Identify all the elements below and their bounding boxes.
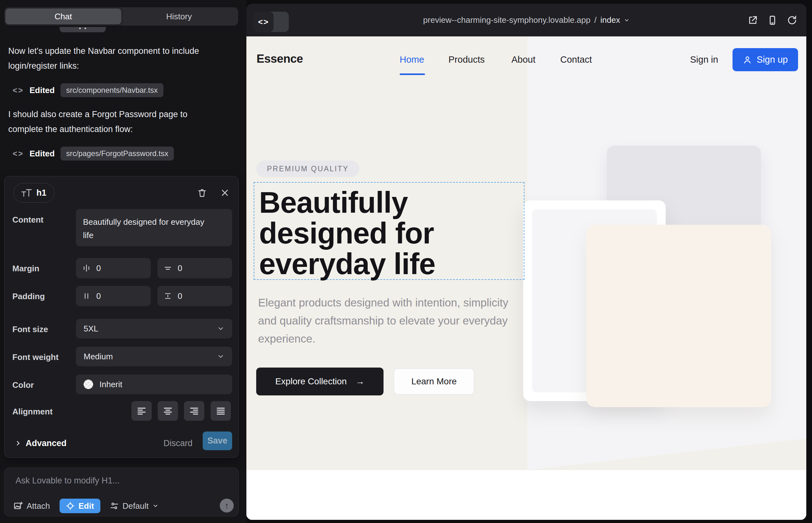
explore-collection-button[interactable]: Explore Collection → bbox=[256, 367, 384, 395]
sign-up-button[interactable]: Sign up bbox=[732, 48, 798, 71]
type-icon bbox=[21, 189, 32, 197]
edited-label: Edited bbox=[30, 149, 54, 159]
selected-tag-label: h1 bbox=[36, 188, 47, 198]
align-justify-icon bbox=[216, 406, 226, 416]
padding-y-value: 0 bbox=[178, 291, 182, 301]
padding-label: Padding bbox=[12, 292, 45, 301]
edited-file-row: <> Edited src/pages/ForgotPassword.tsx bbox=[13, 146, 174, 161]
preview-toolbar-icons bbox=[747, 4, 797, 36]
font-size-label: Font size bbox=[12, 325, 48, 334]
mode-select[interactable]: Default bbox=[110, 501, 159, 511]
section-below-hero bbox=[246, 470, 806, 520]
smartphone-icon bbox=[767, 15, 778, 26]
tab-history-label: History bbox=[166, 12, 192, 21]
composer-input[interactable] bbox=[15, 475, 224, 486]
chevron-down-icon bbox=[624, 17, 630, 23]
sign-in-link[interactable]: Sign in bbox=[690, 54, 718, 65]
save-button[interactable]: Save bbox=[203, 432, 232, 450]
advanced-label: Advanced bbox=[26, 438, 67, 448]
chevron-down-icon bbox=[152, 503, 159, 509]
nav-link-about[interactable]: About bbox=[511, 54, 535, 65]
arrow-right-icon: → bbox=[356, 376, 365, 386]
color-value: Inherit bbox=[100, 380, 122, 390]
align-right-button[interactable] bbox=[184, 401, 204, 421]
nav-link-products[interactable]: Products bbox=[448, 54, 484, 65]
close-icon bbox=[220, 188, 229, 197]
code-toggle-icon[interactable]: <> bbox=[253, 12, 273, 32]
chat-history-tabs: Chat History bbox=[4, 7, 238, 26]
advanced-toggle[interactable]: Advanced bbox=[15, 436, 67, 451]
tab-history[interactable]: History bbox=[121, 8, 237, 24]
mode-label: Default bbox=[123, 501, 148, 511]
color-swatch bbox=[84, 380, 93, 389]
padding-x-input[interactable]: 0 bbox=[76, 286, 151, 306]
edited-label: Edited bbox=[30, 86, 54, 95]
discard-button[interactable]: Discard bbox=[161, 436, 195, 451]
file-chip[interactable]: src/pages/ForgotPassword.tsx bbox=[60, 147, 174, 161]
preview-window: <> preview--charming-site-symphony.lovab… bbox=[246, 4, 806, 520]
refresh-icon bbox=[787, 15, 797, 26]
trash-icon bbox=[197, 188, 207, 198]
url-separator: / bbox=[595, 15, 597, 25]
app: Chat History Now let's update the Navbar… bbox=[0, 0, 812, 523]
padding-vertical-icon bbox=[164, 292, 172, 300]
margin-y-value: 0 bbox=[178, 264, 182, 273]
edit-mode-button[interactable]: Edit bbox=[59, 499, 100, 513]
align-justify-button[interactable] bbox=[211, 401, 231, 421]
refresh-button[interactable] bbox=[787, 15, 797, 26]
hero-heading[interactable]: Beautifully designed for everyday life bbox=[259, 187, 468, 279]
padding-horizontal-icon bbox=[82, 292, 91, 300]
close-editor-button[interactable] bbox=[218, 186, 231, 199]
file-chip[interactable]: src/components/Navbar.tsx bbox=[60, 83, 163, 97]
mobile-view-button[interactable] bbox=[767, 15, 778, 26]
edited-file-row: <> Edited src/components/Navbar.tsx bbox=[13, 83, 163, 97]
decor-card-cream bbox=[586, 225, 771, 407]
padding-x-value: 0 bbox=[96, 291, 101, 301]
align-right-icon bbox=[189, 406, 199, 416]
nav-link-home[interactable]: Home bbox=[400, 54, 424, 65]
tab-chat[interactable]: Chat bbox=[5, 8, 121, 24]
code-preview-toggle[interactable]: <> bbox=[253, 12, 289, 32]
edit-label: Edit bbox=[78, 501, 94, 511]
url-bar[interactable]: preview--charming-site-symphony.lovable.… bbox=[310, 4, 743, 36]
delete-element-button[interactable] bbox=[196, 186, 208, 199]
align-left-button[interactable] bbox=[131, 401, 152, 421]
arrow-up-icon: ↑ bbox=[225, 501, 229, 511]
sliders-icon bbox=[110, 502, 119, 510]
external-link-icon bbox=[747, 15, 758, 26]
color-select[interactable]: Inherit bbox=[76, 375, 232, 394]
user-icon bbox=[743, 55, 752, 65]
site-preview: Essence Home Products About Contact Sign… bbox=[246, 36, 806, 520]
open-external-button[interactable] bbox=[747, 15, 758, 26]
font-weight-select[interactable]: Medium bbox=[76, 347, 232, 366]
margin-y-input[interactable]: 0 bbox=[157, 258, 232, 278]
active-nav-underline bbox=[400, 73, 425, 75]
code-icon: <> bbox=[13, 149, 24, 158]
collapsed-chip bbox=[59, 27, 106, 32]
chevron-down-icon bbox=[217, 353, 225, 360]
learn-more-button[interactable]: Learn More bbox=[394, 368, 474, 395]
assistant-message: I should also create a Forgot Password p… bbox=[8, 107, 211, 137]
premium-quality-badge: PREMIUM QUALITY bbox=[256, 161, 359, 177]
send-button[interactable]: ↑ bbox=[220, 499, 234, 512]
font-weight-value: Medium bbox=[84, 352, 113, 362]
crosshair-icon bbox=[66, 502, 75, 510]
attach-button[interactable]: Attach bbox=[13, 501, 50, 511]
site-logo[interactable]: Essence bbox=[257, 52, 303, 66]
font-size-value: 5XL bbox=[84, 324, 98, 334]
font-size-select[interactable]: 5XL bbox=[76, 319, 232, 339]
margin-x-input[interactable]: 0 bbox=[76, 258, 151, 278]
attach-label: Attach bbox=[27, 501, 50, 511]
alignment-label: Alignment bbox=[12, 407, 53, 417]
element-editor-panel: h1 Content Beautifully designed for ever… bbox=[4, 176, 239, 458]
content-input[interactable]: Beautifully designed for everyday life bbox=[76, 209, 232, 246]
preview-url: preview--charming-site-symphony.lovable.… bbox=[423, 15, 590, 25]
hero-description: Elegant products designed with intention… bbox=[258, 293, 511, 348]
color-label: Color bbox=[12, 380, 34, 390]
align-center-button[interactable] bbox=[158, 401, 178, 421]
nav-link-contact[interactable]: Contact bbox=[560, 54, 592, 65]
tab-chat-label: Chat bbox=[54, 12, 72, 21]
padding-y-input[interactable]: 0 bbox=[157, 286, 232, 306]
content-label: Content bbox=[12, 215, 43, 225]
chevron-down-icon bbox=[217, 325, 225, 332]
